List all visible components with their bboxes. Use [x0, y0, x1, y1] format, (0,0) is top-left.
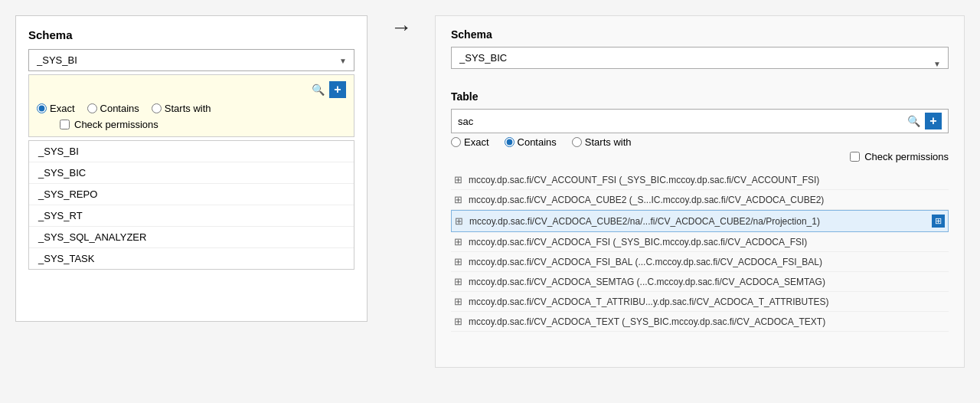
right-add-btn[interactable]: +: [925, 113, 942, 129]
arrow-icon: →: [390, 15, 412, 40]
table-grid-icon: ⊞: [454, 236, 462, 247]
table-grid-icon: ⊞: [455, 215, 463, 227]
table-item-name: mccoy.dp.sac.fi/CV_ACDOCA_CUBE2/na/...fi…: [469, 216, 926, 227]
right-table-search-row: 🔍 +: [451, 109, 949, 133]
left-add-btn[interactable]: +: [329, 81, 346, 98]
left-search-icon-btn[interactable]: 🔍: [312, 84, 325, 96]
right-checkbox-row: Check permissions: [451, 151, 949, 162]
right-check-permissions-label: Check permissions: [864, 151, 949, 162]
left-check-permissions-checkbox[interactable]: [60, 120, 70, 129]
right-schema-label: Schema: [451, 28, 949, 41]
left-radio-row: Exact Contains Starts with: [37, 103, 346, 114]
right-radio-starts-label[interactable]: Starts with: [572, 136, 632, 148]
table-grid-icon: ⊞: [454, 296, 462, 307]
left-schema-dropdown[interactable]: _SYS_BI: [28, 49, 354, 71]
table-item-name: mccoy.dp.sac.fi/CV_ACDOCA_T_ATTRIBU...y.…: [469, 297, 946, 307]
table-row[interactable]: ⊞mccoy.dp.sac.fi/CV_ACDOCA_FSI_BAL (...C…: [451, 252, 949, 272]
right-radio-exact-text: Exact: [464, 136, 489, 148]
right-table-label: Table: [451, 90, 949, 103]
right-search-icon-btn[interactable]: 🔍: [907, 115, 920, 127]
left-search-popup: 🔍 + Exact Contains Starts with Check per…: [28, 74, 354, 137]
left-radio-exact[interactable]: [37, 103, 47, 113]
left-radio-exact-label[interactable]: Exact: [37, 103, 75, 114]
right-radio-starts-text: Starts with: [585, 136, 632, 148]
right-schema-dropdown[interactable]: _SYS_BIC: [451, 47, 949, 69]
left-search-row: 🔍 +: [37, 81, 346, 98]
table-row[interactable]: ⊞mccoy.dp.sac.fi/CV_ACDOCA_CUBE2/na/...f…: [451, 210, 949, 232]
left-radio-starts[interactable]: [152, 103, 162, 113]
schema-list-item[interactable]: _SYS_REPO: [29, 184, 354, 205]
left-schema-dropdown-wrapper: _SYS_BI: [28, 49, 354, 71]
table-row[interactable]: ⊞mccoy.dp.sac.fi/CV_ACDOCA_SEMTAG (...C.…: [451, 272, 949, 292]
right-radio-starts[interactable]: [572, 137, 582, 147]
right-radio-contains-label[interactable]: Contains: [505, 136, 557, 148]
left-schema-title: Schema: [28, 28, 354, 41]
table-row[interactable]: ⊞mccoy.dp.sac.fi/CV_ACDOCA_TEXT (_SYS_BI…: [451, 312, 949, 332]
right-panel: Schema _SYS_BIC Table 🔍 + Exact Contains…: [435, 15, 965, 368]
table-row[interactable]: ⊞mccoy.dp.sac.fi/CV_ACDOCA_CUBE2 (_S...I…: [451, 190, 949, 210]
table-item-name: mccoy.dp.sac.fi/CV_ACDOCA_FSI_BAL (...C.…: [469, 257, 946, 267]
schema-list-item[interactable]: _SYS_BI: [29, 141, 354, 162]
right-radio-exact-label[interactable]: Exact: [451, 136, 489, 148]
schema-list-item[interactable]: _SYS_SQL_ANALYZER: [29, 227, 354, 248]
right-check-permissions-checkbox[interactable]: [850, 152, 860, 162]
left-radio-contains-label[interactable]: Contains: [87, 103, 139, 114]
left-radio-contains-text: Contains: [100, 103, 139, 114]
table-row[interactable]: ⊞mccoy.dp.sac.fi/CV_ACCOUNT_FSI (_SYS_BI…: [451, 170, 949, 190]
schema-list-item[interactable]: _SYS_RT: [29, 205, 354, 227]
left-checkbox-row: Check permissions: [37, 119, 346, 130]
left-panel: Schema _SYS_BI 🔍 + Exact Contains Starts…: [15, 15, 368, 322]
table-grid-icon: ⊞: [454, 256, 462, 267]
left-schema-list: _SYS_BI_SYS_BIC_SYS_REPO_SYS_RT_SYS_SQL_…: [28, 140, 354, 270]
arrow-container: →: [390, 15, 412, 55]
table-grid-icon: ⊞: [454, 194, 462, 205]
table-item-name: mccoy.dp.sac.fi/CV_ACDOCA_CUBE2 (_S...IC…: [469, 195, 946, 205]
right-table-search-input[interactable]: [458, 116, 907, 127]
right-radio-contains[interactable]: [505, 137, 514, 147]
right-schema-dropdown-wrapper: _SYS_BIC: [451, 47, 949, 80]
table-grid-icon: ⊞: [454, 276, 462, 287]
right-table-list: ⊞mccoy.dp.sac.fi/CV_ACCOUNT_FSI (_SYS_BI…: [451, 170, 949, 332]
table-item-name: mccoy.dp.sac.fi/CV_ACCOUNT_FSI (_SYS_BIC…: [469, 175, 946, 185]
schema-list-item[interactable]: _SYS_TASK: [29, 248, 354, 269]
left-radio-exact-text: Exact: [50, 103, 75, 114]
left-radio-contains[interactable]: [87, 103, 97, 113]
left-radio-starts-text: Starts with: [165, 103, 211, 114]
table-grid-icon: ⊞: [454, 316, 462, 327]
table-item-name: mccoy.dp.sac.fi/CV_ACDOCA_SEMTAG (...C.m…: [469, 277, 946, 287]
right-radio-exact[interactable]: [451, 137, 461, 147]
table-item-name: mccoy.dp.sac.fi/CV_ACDOCA_FSI (_SYS_BIC.…: [469, 237, 946, 247]
table-row-action-btn[interactable]: ⊞: [932, 215, 945, 228]
table-grid-icon: ⊞: [454, 174, 462, 185]
table-row[interactable]: ⊞mccoy.dp.sac.fi/CV_ACDOCA_T_ATTRIBU...y…: [451, 292, 949, 312]
right-radio-row: Exact Contains Starts with: [451, 136, 949, 148]
left-check-permissions-label: Check permissions: [74, 119, 158, 130]
table-item-name: mccoy.dp.sac.fi/CV_ACDOCA_TEXT (_SYS_BIC…: [469, 316, 946, 327]
left-radio-starts-label[interactable]: Starts with: [152, 103, 211, 114]
schema-list-item[interactable]: _SYS_BIC: [29, 162, 354, 184]
right-radio-contains-text: Contains: [518, 136, 557, 148]
right-table-search-icons: 🔍 +: [907, 113, 942, 129]
table-row[interactable]: ⊞mccoy.dp.sac.fi/CV_ACDOCA_FSI (_SYS_BIC…: [451, 232, 949, 252]
